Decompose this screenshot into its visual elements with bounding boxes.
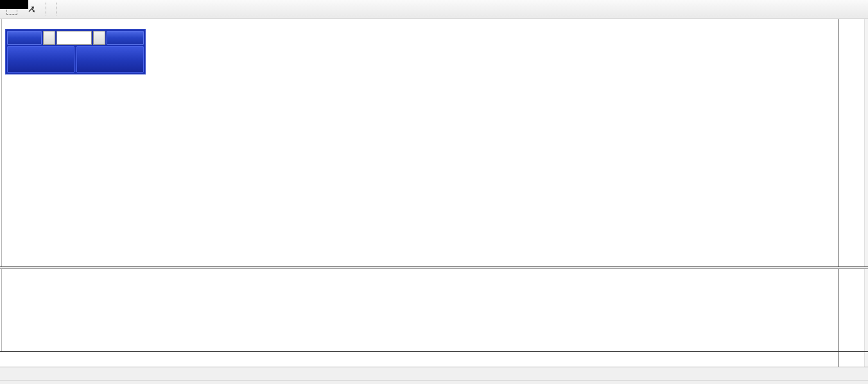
rsi-panel[interactable] bbox=[1, 269, 838, 351]
mt4-window: { "toolbar": { "text_tool_label": "T", "… bbox=[0, 0, 868, 384]
right-edge-strip bbox=[864, 19, 868, 367]
time-axis-line bbox=[0, 351, 868, 352]
one-click-trading-panel bbox=[5, 29, 146, 74]
sell-price-box[interactable] bbox=[7, 46, 74, 73]
panel-splitter-bottom[interactable] bbox=[0, 268, 868, 269]
toolbar-grip[interactable] bbox=[46, 3, 51, 15]
volume-field[interactable] bbox=[56, 31, 92, 45]
buy-button[interactable] bbox=[107, 31, 144, 45]
volume-decrease-button[interactable] bbox=[43, 31, 55, 45]
toolbar bbox=[0, 0, 868, 19]
current-price-tag bbox=[0, 0, 28, 9]
price-axis[interactable] bbox=[838, 19, 868, 367]
status-strip bbox=[0, 380, 868, 384]
volume-increase-button[interactable] bbox=[93, 31, 105, 45]
toolbar-grip-end[interactable] bbox=[56, 3, 61, 15]
buy-price-box[interactable] bbox=[76, 46, 144, 73]
sell-button[interactable] bbox=[7, 31, 42, 45]
chart-tab-bar bbox=[0, 367, 868, 380]
time-axis[interactable] bbox=[1, 352, 838, 367]
